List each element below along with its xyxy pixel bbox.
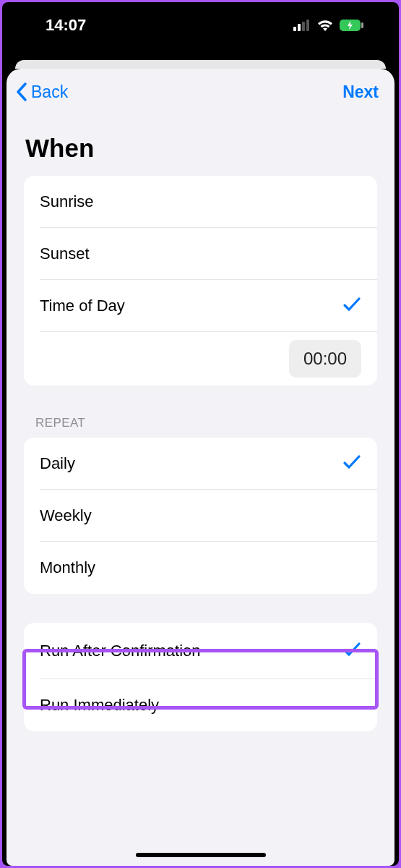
next-button[interactable]: Next — [342, 82, 379, 102]
option-label: Sunrise — [40, 192, 94, 211]
option-label: Run After Confirmation — [40, 642, 201, 660]
svg-rect-2 — [302, 22, 305, 31]
background-sheet-peek — [15, 60, 386, 69]
checkmark-icon — [342, 639, 361, 663]
time-picker[interactable]: 00:00 — [289, 340, 361, 378]
back-button[interactable]: Back — [15, 82, 68, 102]
repeat-group: Daily Weekly Monthly — [24, 438, 377, 594]
status-time: 14:07 — [46, 16, 86, 35]
option-daily[interactable]: Daily — [24, 438, 377, 490]
time-value: 00:00 — [303, 349, 347, 368]
run-group: Run After Confirmation Run Immediately — [24, 623, 377, 731]
status-bar: 14:07 — [2, 2, 399, 48]
option-run-after-confirmation[interactable]: Run After Confirmation — [24, 623, 377, 679]
when-group: Sunrise Sunset Time of Day 00:00 — [24, 176, 377, 386]
option-sunrise[interactable]: Sunrise — [24, 176, 377, 228]
cellular-icon — [293, 20, 311, 31]
page-title: When — [7, 109, 394, 176]
repeat-header: REPEAT — [7, 386, 394, 438]
option-label: Weekly — [40, 506, 92, 525]
option-label: Daily — [40, 454, 75, 473]
home-indicator[interactable] — [136, 853, 266, 857]
option-monthly[interactable]: Monthly — [24, 542, 377, 594]
time-picker-row: 00:00 — [24, 332, 377, 386]
option-sunset[interactable]: Sunset — [24, 228, 377, 280]
checkmark-icon — [342, 452, 361, 475]
option-run-immediately[interactable]: Run Immediately — [24, 679, 377, 731]
option-time-of-day[interactable]: Time of Day — [24, 280, 377, 332]
svg-rect-1 — [298, 24, 301, 31]
option-weekly[interactable]: Weekly — [24, 490, 377, 542]
svg-rect-3 — [306, 20, 309, 31]
wifi-icon — [316, 19, 334, 32]
status-indicators — [293, 19, 364, 32]
svg-rect-5 — [361, 22, 363, 28]
option-label: Run Immediately — [40, 696, 159, 715]
svg-rect-0 — [293, 27, 296, 31]
chevron-left-icon — [15, 82, 28, 102]
modal-sheet: Back Next When Sunrise Sunset Time of Da… — [7, 69, 394, 866]
checkmark-icon — [342, 294, 361, 318]
back-label: Back — [31, 82, 68, 102]
option-label: Time of Day — [40, 297, 125, 315]
device-frame: 14:07 — [2, 2, 399, 866]
option-label: Sunset — [40, 244, 90, 263]
option-label: Monthly — [40, 558, 95, 577]
next-label: Next — [342, 82, 379, 101]
battery-charging-icon — [340, 19, 364, 32]
nav-bar: Back Next — [7, 69, 394, 109]
